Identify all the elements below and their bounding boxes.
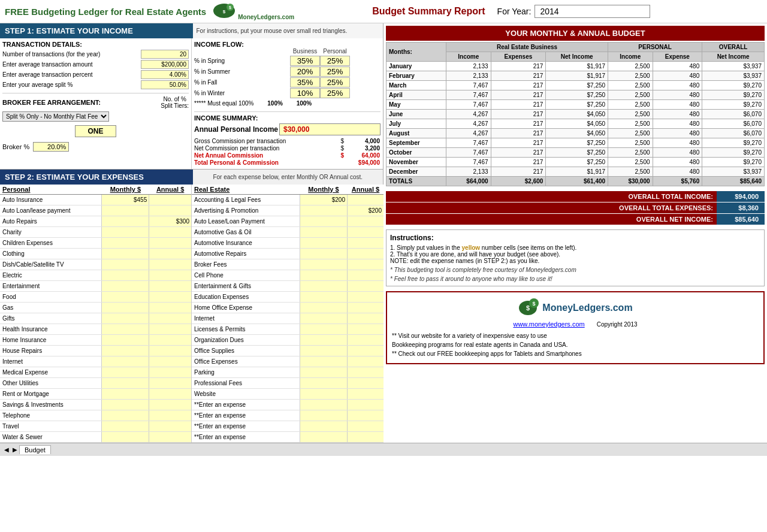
re-expense-row: Automotive Insurance <box>192 238 384 249</box>
annual-income-input[interactable] <box>279 123 381 135</box>
personal-expense-row: Charity <box>0 227 191 238</box>
re-expense-row: Office Supplies <box>192 346 384 356</box>
instructions-italic1: * This budgeting tool is completely free… <box>390 267 760 273</box>
avg-pct-input[interactable] <box>141 70 189 79</box>
nav-next-arrow[interactable]: ▶ <box>11 446 19 453</box>
per-expense-header: Expense <box>653 52 702 62</box>
overall-net-header: Net Income <box>702 52 765 62</box>
personal-expense-row: Water & Sewer <box>0 432 191 443</box>
personal-expense-row: Telephone <box>0 410 191 421</box>
re-expense-row: Professional Fees <box>192 378 384 389</box>
fall-per[interactable] <box>320 77 350 87</box>
personal-expense-row: Other Utilities <box>0 378 191 389</box>
personal-expense-row: Dish/Cable/Satellite TV <box>0 259 191 270</box>
transaction-row-2: Enter average transaction percent <box>2 70 189 79</box>
broker-pct-input[interactable] <box>33 142 69 152</box>
transaction-title: TRANSACTION DETAILS: <box>2 41 189 48</box>
spring-biz[interactable] <box>290 56 320 66</box>
personal-expense-row: Auto Insurance $455 <box>0 195 191 205</box>
budget-table-row: December 2,133 217 $1,917 2,500 480 $3,9… <box>386 167 765 177</box>
personal-expenses-list: Auto Insurance $455 Auto Loan/lease paym… <box>0 195 191 443</box>
personal-expense-row: Auto Loan/lease payment <box>0 205 191 216</box>
bottom-bar: ◀ ▶ Budget <box>0 443 767 456</box>
budget-table-title: YOUR MONTHLY & ANNUAL BUDGET <box>386 26 765 41</box>
re-expense-row: **Enter an expense <box>192 421 384 432</box>
sheet-tab[interactable]: Budget <box>19 445 51 454</box>
instructions-title: Instructions: <box>390 234 760 242</box>
budget-table-row: January 2,133 217 $1,917 2,500 480 $3,93… <box>386 62 765 71</box>
winter-per[interactable] <box>320 88 350 98</box>
realestate-expenses-list: Accounting & Legal Fees $200 Advertising… <box>192 195 384 443</box>
personal-expense-row: Travel <box>0 421 191 432</box>
realestate-expenses-header: Real Estate Monthly $ Annual $ <box>192 185 384 195</box>
realestate-col-label: Real Estate <box>192 186 300 193</box>
broker-pct-label: Broker % <box>2 143 29 150</box>
income-row-spring: % in Spring <box>194 56 381 66</box>
winter-biz[interactable] <box>290 88 320 98</box>
calc-row-3: Total Personal & Commission $94,000 <box>194 159 381 166</box>
broker-select[interactable]: Split % Only - No Monthly Flat Fee <box>2 111 109 122</box>
personal-expense-row: Food <box>0 292 191 303</box>
avg-split-input[interactable] <box>141 80 189 89</box>
annual-income-row: Annual Personal Income <box>194 123 381 135</box>
summer-biz[interactable] <box>290 66 320 77</box>
re-expense-row: Organization Dues <box>192 335 384 346</box>
income-row-fall: % in Fall <box>194 77 381 87</box>
budget-table-row: October 7,467 217 $7,250 2,500 480 $9,27… <box>386 148 765 158</box>
re-group-header: Real Estate Business <box>446 43 608 52</box>
personal-expense-row: Savings & Investments <box>0 400 191 410</box>
re-expense-row: **Enter an expense <box>192 410 384 421</box>
re-expense-row: Auto Lease/Loan Payment <box>192 216 384 227</box>
budget-table-row: March 7,467 217 $7,250 2,500 480 $9,270 <box>386 81 765 90</box>
re-expense-row: Home Office Expense <box>192 303 384 313</box>
logo-url[interactable]: www.moneyledgers.com <box>513 321 584 328</box>
step1-body: TRANSACTION DETAILS: Number of transacti… <box>0 38 383 170</box>
avg-amount-input[interactable] <box>141 60 189 69</box>
re-expense-row: Internet <box>192 313 384 324</box>
re-expense-row: Cell Phone <box>192 270 384 281</box>
broker-section: BROKER FEE ARRANGEMENT: No. of % Split T… <box>2 93 189 152</box>
budget-table-row: July 4,267 217 $4,050 2,500 480 $6,070 <box>386 119 765 129</box>
budget-table-row: June 4,267 217 $4,050 2,500 480 $6,070 <box>386 110 765 119</box>
fall-biz[interactable] <box>290 77 320 87</box>
step2-title: STEP 2: ESTIMATE YOUR EXPENSES <box>5 173 144 182</box>
transaction-row-1: Enter average transaction amount <box>2 60 189 69</box>
personal-expense-row: Internet <box>0 356 191 367</box>
summary-calc: Gross Commission per transaction $ 4,000… <box>194 138 381 166</box>
year-input[interactable] <box>535 5 650 18</box>
budget-table-row: February 2,133 217 $1,917 2,500 480 $3,9… <box>386 71 765 81</box>
transactions-input[interactable] <box>141 50 189 59</box>
step1-hint: For instructions, put your mouse over sm… <box>193 23 384 38</box>
svg-text:$: $ <box>533 301 536 307</box>
re-expense-row: Automotive Repairs <box>192 249 384 259</box>
svg-text:$: $ <box>223 9 226 14</box>
logo-area: $ $ MoneyLedgers.com <box>212 2 294 20</box>
logo-desc: ** Visit our website for a variety of in… <box>392 331 759 358</box>
instructions-box: Instructions: 1. Simply put values in th… <box>386 229 765 286</box>
logo-box: $ $ MoneyLedgers.com www.moneyledgers.co… <box>386 291 765 364</box>
budget-table-body: January 2,133 217 $1,917 2,500 480 $3,93… <box>386 62 765 186</box>
re-net-header: Net Income <box>546 52 608 62</box>
broker-title: BROKER FEE ARRANGEMENT: <box>2 99 101 106</box>
expenses-table: Personal Monthly $ Annual $ Auto Insuran… <box>0 185 383 443</box>
budget-table-row: April 7,467 217 $7,250 2,500 480 $9,270 <box>386 90 765 100</box>
app-title: FREE Budgeting Ledger for Real Estate Ag… <box>5 7 206 17</box>
income-summary: INCOME SUMMARY: Annual Personal Income G… <box>194 111 381 166</box>
personal-expense-row: Home Insurance <box>0 335 191 346</box>
svg-text:$: $ <box>229 5 231 10</box>
nav-prev-arrow[interactable]: ◀ <box>2 446 11 453</box>
overall-net-value: $85,640 <box>717 214 765 225</box>
budget-totals-row: TOTALS $64,000 $2,600 $61,400 $30,000 $5… <box>386 177 765 186</box>
summer-per[interactable] <box>320 66 350 77</box>
income-flow-header: Business Personal <box>194 48 381 55</box>
logo-copyright: Copyright 2013 <box>597 321 638 328</box>
re-expense-row: Advertising & Promotion $200 <box>192 205 384 216</box>
spring-per[interactable] <box>320 56 350 66</box>
budget-report-title: Budget Summary Report <box>372 6 485 17</box>
re-expense-row: Entertainment & Gifts <box>192 281 384 292</box>
budget-table-row: August 4,267 217 $4,050 2,500 480 $6,070 <box>386 129 765 138</box>
overall-section: OVERALL TOTAL INCOME: $94,000 OVERALL TO… <box>386 191 765 225</box>
overall-expenses-value: $8,360 <box>717 202 765 213</box>
broker-arrangement-row: Split % Only - No Monthly Flat Fee <box>2 111 189 122</box>
no-of-pct-label: No. of % <box>163 96 186 102</box>
